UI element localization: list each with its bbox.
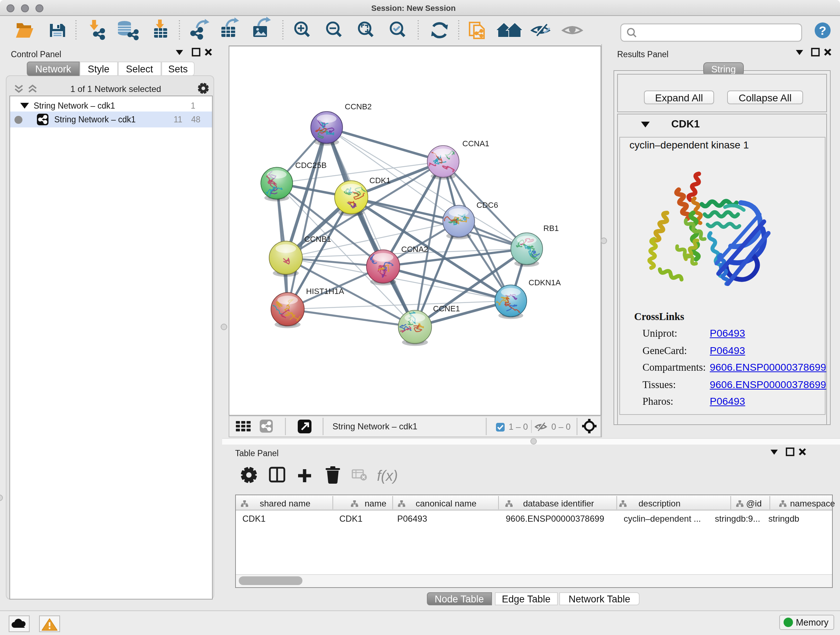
- svg-text:RB1: RB1: [543, 223, 559, 233]
- svg-text:f(x): f(x): [377, 468, 398, 484]
- svg-text:0 – 0: 0 – 0: [551, 421, 570, 431]
- svg-text:CCNB1: CCNB1: [304, 234, 331, 243]
- svg-text:HIST1H1A: HIST1H1A: [306, 287, 344, 295]
- svg-text:CDC6: CDC6: [476, 200, 498, 209]
- svg-text:CCNA1: CCNA1: [462, 139, 489, 148]
- svg-text:CDKN1A: CDKN1A: [528, 278, 561, 287]
- svg-text:String Network – cdk1: String Network – cdk1: [332, 421, 417, 431]
- svg-text:?: ?: [819, 24, 827, 37]
- svg-text:CCNB2: CCNB2: [344, 102, 371, 111]
- svg-text:CDC25B: CDC25B: [295, 160, 326, 169]
- svg-text:CDK1: CDK1: [369, 176, 390, 185]
- svg-text:CCNE1: CCNE1: [433, 304, 460, 313]
- svg-text:1 – 0: 1 – 0: [508, 421, 527, 431]
- svg-text:CCNA2: CCNA2: [401, 244, 428, 253]
